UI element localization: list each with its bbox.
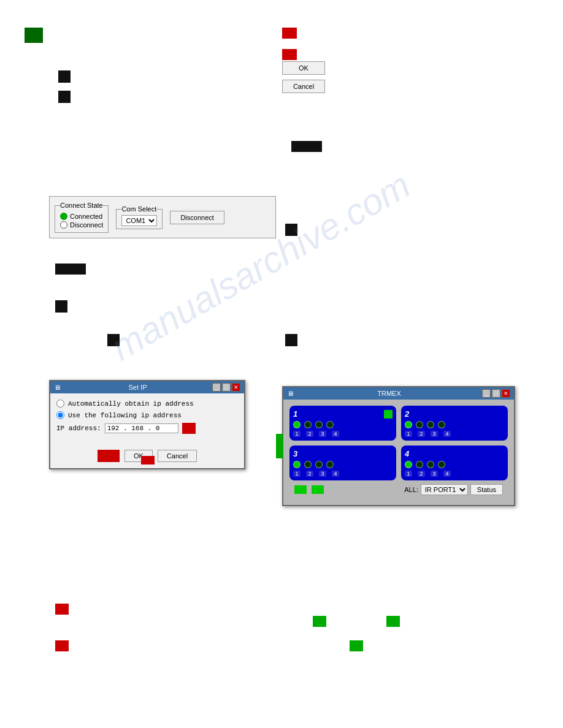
ch3-light-2[interactable] [304,461,312,468]
ch1-lights [293,421,393,428]
ok-button[interactable]: OK [282,61,325,75]
trmex-close-button[interactable]: ✕ [502,389,510,398]
ch3-light-3[interactable] [315,461,323,468]
trmex-all-row: ALL: IR PORT1 IR PORT2 Status [404,484,503,495]
trmex-titlebar: 🖥 TRMEX _ □ ✕ [283,387,514,400]
ch3-label-3: 3 [319,471,326,477]
ch4-label-2: 2 [418,471,425,477]
set-ip-red-btn[interactable] [98,450,120,462]
set-ip-body: Automatically obtain ip address Use the … [50,393,244,446]
ch4-label-4: 4 [443,471,451,477]
auto-ip-radio[interactable] [56,400,64,408]
set-ip-cancel-button[interactable]: Cancel [158,450,197,462]
ok-cancel-area: OK Cancel [282,61,325,93]
ch1-light-3[interactable] [315,421,323,428]
ch2-light-2[interactable] [416,421,423,428]
ch2-header: 2 [405,409,504,419]
set-ip-title-text: Set IP [129,384,147,391]
red-top-mid1-block [282,28,297,39]
black-mid3-block [107,334,120,346]
ch4-light-3[interactable] [427,461,434,468]
ch4-light-4[interactable] [438,461,445,468]
ch1-light-2[interactable] [304,421,312,428]
ch4-header: 4 [405,449,504,458]
ch1-light-4[interactable] [326,421,334,428]
manual-ip-option[interactable]: Use the following ip address [56,411,238,419]
trmex-channel-2: 2 1 2 3 4 [401,406,508,441]
all-label: ALL: [404,486,418,493]
trmex-icon: 🖥 [287,390,294,397]
ip-red-indicator [182,423,196,434]
trmex-channel-1: 1 1 2 3 4 [289,406,396,441]
connect-panel: Connect State Connected Disconnect Com S… [49,196,276,238]
maximize-button[interactable]: □ [222,383,231,392]
com-dropdown[interactable]: COM1 COM2 COM3 COM4 [121,215,157,226]
ip-address-label: IP address: [56,425,101,432]
ch3-label-4: 4 [332,471,339,477]
disconnect-label: Disconnect [70,221,103,229]
ip-address-input[interactable] [105,423,178,433]
disconnect-radio-row[interactable]: Disconnect [60,221,103,229]
ch4-light-1[interactable] [405,461,412,468]
black-footer1-block [291,141,322,152]
footer-green-sq-2 [312,485,324,494]
trmex-dialog: 🖥 TRMEX _ □ ✕ 1 [282,386,515,506]
com-select-input[interactable]: COM1 COM2 COM3 COM4 [121,215,157,226]
ch4-label-1: 1 [405,471,412,477]
minimize-button[interactable]: _ [212,383,221,392]
ch3-light-4[interactable] [326,461,334,468]
black-mid1-block [55,264,86,275]
ch2-labels: 1 2 3 4 [405,431,504,437]
manual-ip-label: Use the following ip address [68,412,182,419]
disconnect-button[interactable]: Disconnect [170,211,224,224]
com-select-group: Com Select COM1 COM2 COM3 COM4 [116,205,163,229]
status-button[interactable]: Status [470,484,503,495]
ch1-light-1[interactable] [293,421,301,428]
ch3-light-1[interactable] [293,461,301,468]
watermark: manualsarchive.com [104,164,418,369]
ch2-number: 2 [405,409,409,419]
ch2-light-3[interactable] [427,421,434,428]
disconnect-radio[interactable] [60,221,67,229]
ch4-light-2[interactable] [416,461,423,468]
set-ip-titlebar: 🖥 Set IP _ □ ✕ [50,381,244,393]
black-top2-block [58,91,71,103]
connected-radio[interactable] [60,213,67,220]
black-mid2-block [55,300,67,313]
black-mid4-block [285,334,297,346]
ch4-labels: 1 2 3 4 [405,471,504,477]
ch2-light-1[interactable] [405,421,412,428]
ch2-label-2: 2 [418,431,425,437]
connected-radio-row[interactable]: Connected [60,213,103,220]
cancel-button[interactable]: Cancel [282,80,325,93]
black-right1-block [285,224,297,236]
set-ip-titlebar-buttons: _ □ ✕ [212,383,240,392]
ch4-label-3: 3 [431,471,438,477]
trmex-minimize-button[interactable]: _ [482,389,491,398]
ch1-label-2: 2 [306,431,313,437]
all-port-select[interactable]: IR PORT1 IR PORT2 [421,484,468,495]
ch2-label-3: 3 [431,431,438,437]
ch1-number: 1 [293,409,297,419]
ch2-label-4: 4 [443,431,451,437]
ch2-light-4[interactable] [438,421,445,428]
footer-green-sq-1 [294,485,307,494]
close-button[interactable]: ✕ [232,383,240,392]
ip-address-row: IP address: [56,423,238,434]
trmex-body: 1 1 2 3 4 2 [283,400,514,505]
black-top1-block [58,70,71,83]
green-footer1-block [313,616,326,627]
trmex-channel-grid: 1 1 2 3 4 2 [289,406,508,480]
manual-ip-radio[interactable] [56,411,64,419]
trmex-maximize-button[interactable]: □ [492,389,500,398]
ch4-lights [405,461,504,468]
auto-ip-option[interactable]: Automatically obtain ip address [56,400,238,408]
set-ip-title-icon: 🖥 [54,384,61,391]
trmex-footer: ALL: IR PORT1 IR PORT2 Status [289,480,508,499]
trmex-channel-3: 3 1 2 3 4 [289,446,396,480]
set-ip-red-bottom [141,456,155,464]
auto-ip-label: Automatically obtain ip address [68,400,194,408]
red-mid-left2-block [55,640,69,651]
set-ip-dialog: 🖥 Set IP _ □ ✕ Automatically obtain ip a… [49,380,245,469]
trmex-left-bar [276,434,283,458]
